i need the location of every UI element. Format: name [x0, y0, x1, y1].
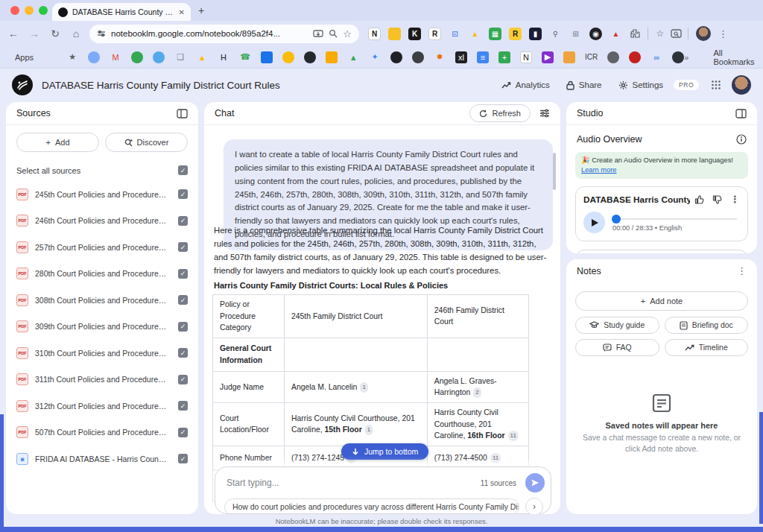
settings-button[interactable]: Settings	[618, 80, 664, 90]
tune-icon[interactable]	[539, 109, 550, 118]
extension-icon[interactable]: ⊡	[449, 28, 461, 40]
search-tabs-icon[interactable]	[671, 29, 682, 38]
favicon[interactable]: ▶	[542, 51, 554, 63]
source-row[interactable]: PDF308th Court Policies and Procedures.p…	[6, 287, 198, 314]
thumb-down-icon[interactable]	[712, 194, 723, 205]
extension-icon[interactable]: ⚲	[549, 28, 562, 40]
chat-scrollbar[interactable]	[553, 153, 556, 190]
favicon[interactable]	[304, 51, 316, 63]
favicon[interactable]: ∞	[650, 51, 662, 63]
favicon[interactable]	[326, 51, 338, 63]
source-row[interactable]: PDF312th Court Policies and Procedures.p…	[6, 393, 198, 419]
source-row[interactable]: PDF280th Court Policies and Procedures.p…	[6, 261, 198, 288]
extension-icon[interactable]: ▲	[469, 28, 481, 40]
favicon[interactable]: ✦	[369, 51, 381, 63]
favicon[interactable]	[88, 51, 100, 63]
browser-profile-avatar[interactable]	[696, 26, 711, 41]
collapse-panel-icon[interactable]	[177, 109, 188, 118]
favicon[interactable]: ✹	[434, 51, 446, 63]
favicon[interactable]	[131, 51, 143, 63]
citation-chip[interactable]: 1	[365, 425, 373, 435]
source-row[interactable]: PDF245th Court Policies and Procedures.p…	[6, 181, 198, 208]
learn-more-link[interactable]: Learn more	[581, 166, 617, 174]
bookmark-badge-icon[interactable]: ☆	[650, 28, 671, 39]
source-row[interactable]: PDF257th Court Policies and Procedures.p…	[6, 234, 198, 261]
audio-card-menu-icon[interactable]: ⋮	[730, 194, 740, 205]
send-button[interactable]	[525, 473, 545, 493]
bookmark-star-icon[interactable]: ☆	[343, 28, 352, 39]
apps-label[interactable]: Apps	[15, 53, 34, 62]
source-row[interactable]: ▦FRIDA AI DATABASE - Harris County Famil…	[6, 446, 198, 472]
home-icon[interactable]: ⌂	[66, 28, 86, 39]
favicon[interactable]	[412, 51, 424, 63]
google-apps-icon[interactable]	[711, 80, 721, 90]
source-checkbox[interactable]: ✓	[178, 401, 188, 411]
extension-icon[interactable]: N	[368, 28, 381, 40]
chat-input-box[interactable]: Start typing... 11 sources How do court …	[215, 466, 551, 514]
suggested-question-chip[interactable]: How do court policies and procedures var…	[224, 498, 519, 515]
source-row[interactable]: PDF507th Court Policies and Procedures.p…	[6, 419, 198, 446]
window-close-button[interactable]	[10, 6, 19, 15]
extension-icon[interactable]: ▮	[529, 28, 542, 40]
favicon[interactable]: M	[110, 51, 121, 63]
citation-chip[interactable]: 11	[490, 453, 501, 463]
favicon[interactable]	[261, 51, 273, 63]
address-bar[interactable]: notebooklm.google.com/notebook/895a2f4..…	[89, 25, 359, 43]
favicon[interactable]: +	[498, 51, 510, 63]
timeline-button[interactable]: Timeline	[665, 339, 749, 356]
favicon[interactable]	[629, 51, 641, 63]
source-row[interactable]: PDF309th Court Policies and Procedures.p…	[6, 314, 198, 341]
source-checkbox[interactable]: ✓	[178, 269, 188, 279]
account-avatar[interactable]	[732, 75, 751, 95]
briefing-doc-button[interactable]: Briefing doc	[665, 317, 749, 334]
favicon[interactable]: ▲	[196, 51, 208, 63]
site-settings-icon[interactable]	[97, 29, 106, 38]
source-checkbox[interactable]: ✓	[178, 216, 188, 226]
source-checkbox[interactable]: ✓	[178, 348, 188, 358]
bookmark-label[interactable]: ICR	[585, 51, 598, 63]
back-icon[interactable]: ←	[3, 28, 24, 39]
play-button[interactable]	[583, 212, 605, 233]
favicon[interactable]	[607, 51, 619, 63]
source-checkbox[interactable]: ✓	[178, 375, 188, 384]
favicon[interactable]: ☎	[239, 51, 251, 63]
analytics-button[interactable]: Analytics	[501, 80, 550, 89]
bookmarks-overflow-chevron[interactable]: »	[684, 53, 688, 62]
next-suggestion-button[interactable]: ›	[525, 498, 543, 514]
source-checkbox[interactable]: ✓	[178, 189, 188, 199]
favicon[interactable]	[282, 51, 294, 63]
extension-icon[interactable]: ⊞	[569, 28, 582, 40]
favicon[interactable]	[390, 51, 402, 63]
extension-icon[interactable]: R	[509, 28, 522, 40]
expand-panel-icon[interactable]	[735, 109, 747, 118]
source-row[interactable]: PDF310th Court Policies and Procedures.p…	[6, 340, 198, 367]
favicon[interactable]: ❑	[174, 51, 186, 63]
notebooklm-logo[interactable]	[12, 75, 33, 95]
favicon[interactable]: N	[520, 51, 532, 63]
favicon[interactable]: ▲	[347, 51, 359, 63]
share-button[interactable]: Share	[566, 80, 602, 90]
browser-tab[interactable]: DATABASE Harris County Fam ✕	[52, 3, 191, 21]
source-row[interactable]: PDF311th Court Policies and Procedures.p…	[6, 367, 198, 393]
thumb-up-icon[interactable]	[694, 194, 705, 205]
notes-menu-icon[interactable]: ⋮	[737, 265, 747, 276]
extension-icon[interactable]: R	[428, 28, 441, 40]
extension-icon[interactable]: K	[408, 28, 421, 40]
citation-chip[interactable]: 2	[473, 387, 481, 398]
forward-icon[interactable]: →	[24, 28, 45, 39]
add-source-button[interactable]: + Add	[16, 133, 99, 152]
chat-input-placeholder[interactable]: Start typing...	[227, 478, 481, 488]
window-zoom-button[interactable]	[39, 6, 48, 15]
favicon[interactable]: ≡	[477, 51, 489, 63]
jump-to-bottom-button[interactable]: Jump to bottom	[341, 443, 428, 460]
zoom-icon[interactable]	[329, 29, 338, 38]
favicon[interactable]	[153, 51, 165, 63]
favicon[interactable]: ★	[66, 51, 78, 63]
extension-icon[interactable]: ▦	[489, 28, 501, 40]
faq-button[interactable]: FAQ	[575, 339, 659, 356]
select-all-checkbox[interactable]: ✓	[178, 165, 188, 175]
extension-icon[interactable]: ▲	[610, 28, 622, 40]
discover-sources-button[interactable]: Discover	[105, 133, 188, 152]
favicon[interactable]	[563, 51, 575, 63]
study-guide-button[interactable]: Study guide	[575, 317, 659, 334]
